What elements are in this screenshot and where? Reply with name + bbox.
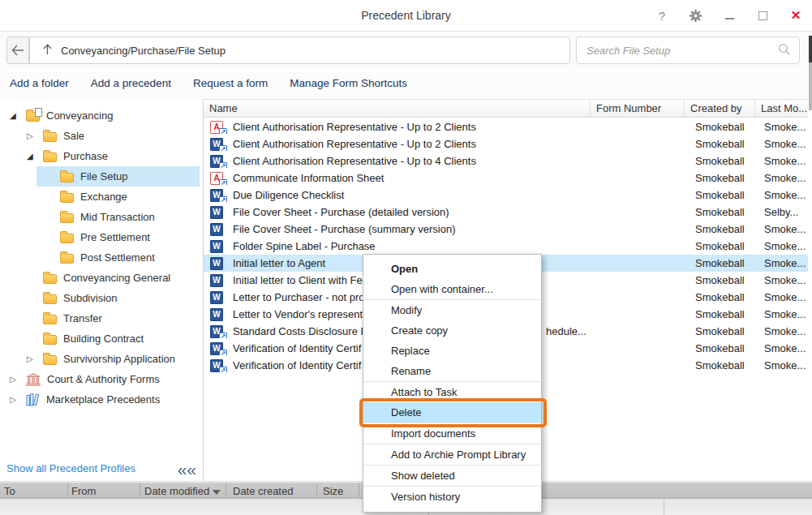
menu-item-rename[interactable]: Rename xyxy=(363,361,541,381)
table-row[interactable]: A↗Client Authorisation Representative - … xyxy=(204,118,808,135)
cell-created-by: Smokeball xyxy=(685,240,755,252)
cell-created-by: Smokeball xyxy=(685,189,755,201)
cell-created-by: Smokeball xyxy=(685,121,755,133)
menu-item-version-history[interactable]: Version history xyxy=(363,487,541,507)
precedent-name: Folder Spine Label - Purchase xyxy=(233,240,376,252)
cell-last-modified: Smoke... xyxy=(755,325,808,337)
table-row[interactable]: W↗Client Authorisation Representative - … xyxy=(204,152,808,170)
shortcut-arrow-icon: ↗ xyxy=(219,179,227,185)
sidebar-item-label: Marketplace Precedents xyxy=(46,393,160,406)
sidebar-item-building-contract[interactable]: Building Contract xyxy=(0,328,203,349)
sidebar-item-label: Building Contract xyxy=(63,333,144,345)
folder-icon xyxy=(43,294,57,304)
sidebar-item-exchange[interactable]: Exchange xyxy=(0,187,203,207)
column-header-created-by[interactable]: Created by xyxy=(685,100,755,117)
breadcrumb[interactable]: Conveyancing/Purchase/File Setup xyxy=(29,36,570,64)
menu-item-show-deleted[interactable]: Show deleted xyxy=(363,466,541,486)
sidebar-item-conveyancing[interactable]: ◢Conveyancing xyxy=(0,105,203,126)
column-header-last-modified[interactable]: Last Mo... xyxy=(755,100,808,117)
folder-icon xyxy=(60,173,74,182)
search-input[interactable] xyxy=(585,44,778,58)
table-row[interactable]: WFolder Spine Label - PurchaseSmokeballS… xyxy=(204,238,808,255)
menu-item-open-with-container-[interactable]: Open with container... xyxy=(363,279,541,299)
table-row[interactable]: W↗Due Diligence ChecklistSmokeballSmoke.… xyxy=(204,187,808,204)
sidebar-item-sale[interactable]: ▷Sale xyxy=(0,126,203,146)
cell-last-modified: Selby... xyxy=(755,206,808,218)
sidebar-item-post-settlement[interactable]: Post Settlement xyxy=(0,247,203,268)
collapsed-arrow-icon[interactable]: ▷ xyxy=(10,375,26,384)
cell-last-modified: Smoke... xyxy=(755,359,808,371)
expanded-arrow-icon[interactable]: ◢ xyxy=(27,152,43,161)
minimize-button[interactable] xyxy=(723,12,736,19)
collapsed-arrow-icon[interactable]: ▷ xyxy=(10,395,26,404)
sidebar-item-label: Post Settlement xyxy=(80,251,155,264)
sidebar-item-subdivision[interactable]: Subdivision xyxy=(0,288,203,308)
help-icon[interactable]: ? xyxy=(655,9,668,23)
menu-item-attach-to-task[interactable]: Attach to Task xyxy=(363,382,541,402)
sidebar-item-label: Subdivision xyxy=(63,292,118,304)
table-row[interactable]: A↗Communicate Information SheetSmokeball… xyxy=(204,170,808,187)
close-button[interactable]: ✕ xyxy=(789,8,802,23)
sidebar-item-label: Purchase xyxy=(63,150,108,162)
menu-item-add-to-archie-prompt-library[interactable]: Add to Archie Prompt Library xyxy=(363,444,541,465)
shortcut-arrow-icon: ↗ xyxy=(219,333,227,338)
sidebar-item-marketplace-precedents[interactable]: ▷Marketplace Precedents xyxy=(0,389,203,410)
menu-item-replace[interactable]: Replace xyxy=(363,341,541,361)
sidebar-item-mid-transaction[interactable]: Mid Transaction xyxy=(0,207,203,227)
bg-column-date-modified: Date modified xyxy=(144,485,209,497)
cell-created-by: Smokeball xyxy=(685,257,755,269)
shortcut-arrow-icon: ↗ xyxy=(219,128,227,134)
sidebar-item-file-setup[interactable]: File Setup xyxy=(0,166,203,187)
cell-created-by: Smokeball xyxy=(685,359,755,371)
gear-icon[interactable] xyxy=(689,9,702,23)
folder-icon xyxy=(43,152,57,162)
table-row[interactable]: W↗Client Authorisation Representative - … xyxy=(204,135,808,152)
cell-name: WFile Cover Sheet - Purchase (summary ve… xyxy=(204,223,591,236)
toolbar-button-add-a-precedent[interactable]: Add a precedent xyxy=(91,77,171,89)
sidebar-item-purchase[interactable]: ◢Purchase xyxy=(0,146,203,166)
search-box[interactable] xyxy=(576,36,800,64)
cell-created-by: Smokeball xyxy=(685,172,755,184)
up-level-icon[interactable] xyxy=(42,44,53,58)
word-file-icon: W xyxy=(210,291,223,304)
cell-name: WFolder Spine Label - Purchase xyxy=(204,240,591,253)
menu-item-modify[interactable]: Modify xyxy=(363,300,541,320)
toolbar-button-manage-form-shortcuts[interactable]: Manage Form Shortcuts xyxy=(290,77,407,89)
breadcrumb-path: Conveyancing/Purchase/File Setup xyxy=(61,45,226,57)
expanded-arrow-icon[interactable]: ◢ xyxy=(10,111,26,120)
precedent-name: Verification of Identity Certif xyxy=(233,342,361,354)
collapse-panel-icon[interactable]: «« xyxy=(178,461,196,478)
cell-last-modified: Smoke... xyxy=(755,274,808,286)
sidebar-item-label: Court & Authority Forms xyxy=(47,373,160,385)
menu-item-create-copy[interactable]: Create copy xyxy=(363,320,541,341)
sidebar-item-court-authority-forms[interactable]: ▷Court & Authority Forms xyxy=(0,369,203,389)
sidebar-item-transfer[interactable]: Transfer xyxy=(0,308,203,328)
table-row[interactable]: WFile Cover Sheet - Purchase (detailed v… xyxy=(204,204,808,221)
show-all-precedent-profiles-link[interactable]: Show all Precedent Profiles xyxy=(6,462,135,474)
maximize-button[interactable] xyxy=(756,11,769,20)
sidebar-item-conveyancing-general[interactable]: Conveyancing General xyxy=(0,268,203,288)
word-file-icon: W xyxy=(210,240,223,253)
context-menu: OpenOpen with container...ModifyCreate c… xyxy=(363,254,542,513)
toolbar-button-add-a-folder[interactable]: Add a folder xyxy=(10,77,69,89)
sidebar-item-label: Transfer xyxy=(63,312,102,324)
toolbar-button-request-a-form[interactable]: Request a form xyxy=(193,77,268,89)
folder-icon xyxy=(43,335,57,345)
sidebar-item-survivorship-application[interactable]: ▷Survivorship Application xyxy=(0,349,203,369)
column-header-name[interactable]: Name xyxy=(204,100,591,117)
back-button[interactable] xyxy=(6,36,29,64)
cell-name: A↗Client Authorisation Representative - … xyxy=(204,121,591,134)
collapsed-arrow-icon[interactable]: ▷ xyxy=(27,354,43,363)
books-icon xyxy=(26,393,40,406)
cell-last-modified: Smoke... xyxy=(755,172,808,184)
precedent-name: Verification of Identity Certif xyxy=(233,359,361,371)
table-row[interactable]: WFile Cover Sheet - Purchase (summary ve… xyxy=(204,221,808,238)
menu-item-open[interactable]: Open xyxy=(363,259,541,279)
column-header-form-number[interactable]: Form Number xyxy=(591,100,685,117)
sidebar-item-pre-settlement[interactable]: Pre Settlement xyxy=(0,227,203,247)
court-icon xyxy=(26,373,41,386)
menu-item-delete[interactable]: Delete xyxy=(363,402,541,423)
collapsed-arrow-icon[interactable]: ▷ xyxy=(27,131,43,140)
menu-item-import-documents[interactable]: Import documents xyxy=(363,423,541,444)
bg-column-from: From xyxy=(71,485,96,497)
